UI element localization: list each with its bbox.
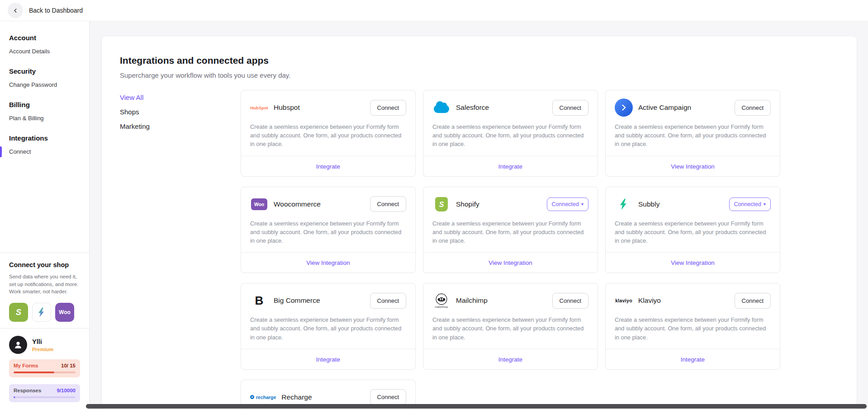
integration-footer: Integrate <box>423 156 598 176</box>
horizontal-scrollbar <box>86 404 867 409</box>
horizontal-scrollbar-thumb[interactable] <box>86 404 867 409</box>
integrate-link[interactable]: Integrate <box>316 163 340 170</box>
integration-footer: View Integration <box>606 252 780 273</box>
connected-dropdown-button[interactable]: Connected▾ <box>547 197 589 211</box>
filter-shops[interactable]: Shops <box>120 108 241 116</box>
user-block: Ylli Premium <box>0 329 89 359</box>
chevron-left-icon <box>12 7 19 14</box>
integration-description: Create a seemless experience between you… <box>606 219 780 245</box>
integrate-link[interactable]: Integrate <box>316 356 340 363</box>
view-integration-link[interactable]: View Integration <box>671 163 715 170</box>
integration-card-mailchimp: mailchimp Mailchimp Connect Create a see… <box>423 283 598 370</box>
integration-card-big-commerce: B Big Commerce Connect Create a seemless… <box>241 283 416 370</box>
connected-dropdown-button[interactable]: Connected▾ <box>729 197 771 211</box>
avatar <box>9 336 27 354</box>
my-forms-progressbar <box>14 371 76 373</box>
filter-view-all[interactable]: View All <box>120 94 241 101</box>
sidebar-item-plan-billing[interactable]: Plan & Billing <box>9 115 80 122</box>
integrations-panel: Integrations and connected apps Supercha… <box>101 36 857 409</box>
integration-name: Klaviyo <box>638 296 735 305</box>
connect-button[interactable]: Connect <box>370 196 406 212</box>
integrate-link[interactable]: Integrate <box>681 356 705 363</box>
integrate-link[interactable]: Integrate <box>498 163 522 170</box>
page-title: Integrations and connected apps <box>120 55 839 66</box>
plan-badge: Premium <box>32 347 53 352</box>
klaviyo-icon: klaviyo <box>615 291 633 310</box>
active-campaign-icon <box>615 99 633 117</box>
bigcommerce-icon: B <box>250 291 268 310</box>
integration-name: Active Campaign <box>638 103 735 112</box>
sidebar-heading-integrations: Integrations <box>9 134 80 142</box>
integration-footer: Integrate <box>423 349 598 369</box>
integration-footer: Integrate <box>241 156 415 176</box>
integration-footer: Integrate <box>606 349 780 369</box>
my-forms-usage: My Forms 10/ 15 <box>9 359 80 377</box>
woocommerce-icon: Woo <box>250 195 268 213</box>
integration-description: Create a seemless experience between you… <box>423 219 598 245</box>
integration-description: Create a seemless experience between you… <box>423 315 598 342</box>
integration-card-active-campaign: Active Campaign Connect Create a seemles… <box>605 90 780 177</box>
connect-shop-title: Connect your shop <box>9 261 80 268</box>
integration-description: Create a seemless experience between you… <box>606 315 780 342</box>
topbar: Back to Dashboard <box>0 0 868 21</box>
connect-button[interactable]: Connect <box>552 100 588 116</box>
sidebar-heading-account: Account <box>9 34 80 42</box>
user-name: Ylli <box>32 338 53 345</box>
chevron-down-icon: ▾ <box>764 202 766 207</box>
integration-name: Big Commerce <box>274 296 370 305</box>
integration-card-subbly: Subbly Connected▾ Create a seemless expe… <box>605 187 780 273</box>
connect-button[interactable]: Connect <box>735 100 771 116</box>
responses-usage: Responses 9/10000 <box>9 384 80 402</box>
connect-button[interactable]: Connect <box>370 389 406 405</box>
shopify-icon: S <box>9 303 28 322</box>
filter-marketing[interactable]: Marketing <box>120 122 241 130</box>
integration-card-klaviyo: klaviyo Klaviyo Connect Create a seemles… <box>605 283 780 370</box>
integration-footer: View Integration <box>423 252 598 273</box>
sidebar-heading-security: Security <box>9 67 80 75</box>
sidebar-item-account-details[interactable]: Account Details <box>9 48 80 55</box>
connect-your-shop-section: Connect your shop Send data where you ne… <box>0 253 89 328</box>
integration-name: Subbly <box>638 200 729 208</box>
responses-count: 9/10000 <box>57 388 76 393</box>
integration-footer: Integrate <box>241 349 415 369</box>
subbly-icon <box>615 195 633 213</box>
integration-description: Create a seemless experience between you… <box>606 122 780 149</box>
integration-footer: View Integration <box>606 156 780 176</box>
integration-name: Hubspot <box>274 103 370 112</box>
hubspot-icon: HubSpot <box>250 99 268 117</box>
responses-progressbar <box>14 396 76 398</box>
connect-button[interactable]: Connect <box>735 293 771 309</box>
view-integration-link[interactable]: View Integration <box>489 259 532 266</box>
sidebar-heading-billing: Billing <box>9 101 80 108</box>
view-integration-link[interactable]: View Integration <box>306 259 350 266</box>
back-button[interactable] <box>8 3 23 18</box>
integrate-link[interactable]: Integrate <box>498 356 522 363</box>
integration-name: Recharge <box>281 393 370 401</box>
woocommerce-icon: Woo <box>55 303 74 322</box>
sidebar-item-change-password[interactable]: Change Password <box>9 81 80 88</box>
chevron-down-icon: ▾ <box>581 202 583 207</box>
my-forms-label: My Forms <box>14 363 38 368</box>
integration-name: Shopify <box>456 200 547 208</box>
integration-card-salesforce: Salesforce Connect Create a seemless exp… <box>423 90 598 177</box>
responses-label: Responses <box>14 388 41 393</box>
integration-name: Woocommerce <box>274 200 370 208</box>
integration-name: Salesforce <box>456 103 552 112</box>
recharge-icon: recharge <box>250 388 276 406</box>
connect-button[interactable]: Connect <box>370 100 406 116</box>
integration-name: Mailchimp <box>456 296 552 305</box>
sidebar-item-connect[interactable]: Connect <box>9 148 80 155</box>
connect-button[interactable]: Connect <box>370 293 406 309</box>
integrations-grid: HubSpot Hubspot Connect Create a seemles… <box>241 90 780 409</box>
integration-filters: View All Shops Marketing <box>120 90 241 409</box>
subbly-lightning-icon <box>32 303 51 322</box>
salesforce-icon <box>432 99 451 117</box>
view-integration-link[interactable]: View Integration <box>671 259 715 266</box>
connect-button[interactable]: Connect <box>552 293 588 309</box>
back-label[interactable]: Back to Dashboard <box>29 7 83 14</box>
integration-card-hubspot: HubSpot Hubspot Connect Create a seemles… <box>241 90 416 177</box>
page-subtitle: Supercharge your workflow with tools you… <box>120 71 839 79</box>
connect-shop-description: Send data where you need it, set up noti… <box>9 273 80 296</box>
integration-card-woocommerce: Woo Woocommerce Connect Create a seemles… <box>241 187 416 273</box>
integration-description: Create a seemless experience between you… <box>241 315 415 342</box>
